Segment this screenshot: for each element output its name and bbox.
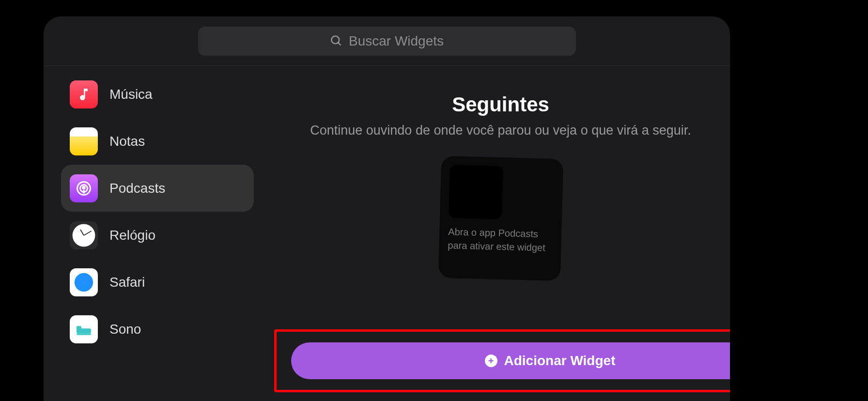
sidebar-item-music[interactable]: Música	[61, 71, 254, 118]
sidebar-item-label: Notas	[109, 134, 145, 149]
widget-title: Seguintes	[452, 93, 549, 116]
notes-icon	[70, 127, 98, 155]
sidebar-item-label: Podcasts	[109, 181, 165, 196]
sidebar-item-label: Música	[109, 87, 153, 102]
sleep-icon	[70, 315, 98, 343]
sidebar-item-clock[interactable]: Relógio	[61, 212, 254, 259]
highlight-box: + Adicionar Widget	[274, 329, 730, 392]
search-icon	[330, 34, 343, 47]
widget-subtitle: Continue ouvindo de onde você parou ou v…	[310, 123, 691, 138]
sidebar: Música Notas Podcasts Relógio Sa	[44, 66, 271, 401]
svg-rect-7	[77, 326, 81, 329]
widget-preview[interactable]: Abra o app Podcasts para ativar este wid…	[438, 156, 563, 281]
sidebar-item-sleep[interactable]: Sono	[61, 306, 254, 353]
podcasts-icon	[70, 174, 98, 202]
clock-icon	[70, 221, 98, 249]
add-widget-button[interactable]: + Adicionar Widget	[291, 342, 730, 379]
music-icon	[70, 80, 98, 108]
sidebar-item-label: Sono	[109, 322, 141, 337]
svg-point-4	[83, 186, 85, 189]
svg-rect-8	[77, 333, 91, 335]
svg-point-0	[331, 36, 339, 44]
preview-text: Abra o app Podcasts para ativar este wid…	[448, 225, 553, 255]
sidebar-item-label: Relógio	[109, 228, 155, 243]
widget-gallery-panel: Buscar Widgets Música Notas Podcasts	[44, 16, 730, 401]
sidebar-item-notes[interactable]: Notas	[61, 118, 254, 165]
safari-icon	[70, 268, 98, 296]
sidebar-item-safari[interactable]: Safari	[61, 259, 254, 306]
search-placeholder: Buscar Widgets	[349, 33, 444, 49]
add-button-label: Adicionar Widget	[504, 353, 616, 369]
plus-icon: +	[485, 355, 497, 367]
sidebar-item-podcasts[interactable]: Podcasts	[61, 165, 254, 212]
header: Buscar Widgets	[44, 16, 730, 66]
sidebar-item-label: Safari	[109, 275, 145, 290]
search-input[interactable]: Buscar Widgets	[198, 27, 576, 56]
svg-point-5	[75, 273, 93, 291]
preview-thumb	[448, 165, 503, 219]
svg-line-1	[338, 43, 341, 46]
